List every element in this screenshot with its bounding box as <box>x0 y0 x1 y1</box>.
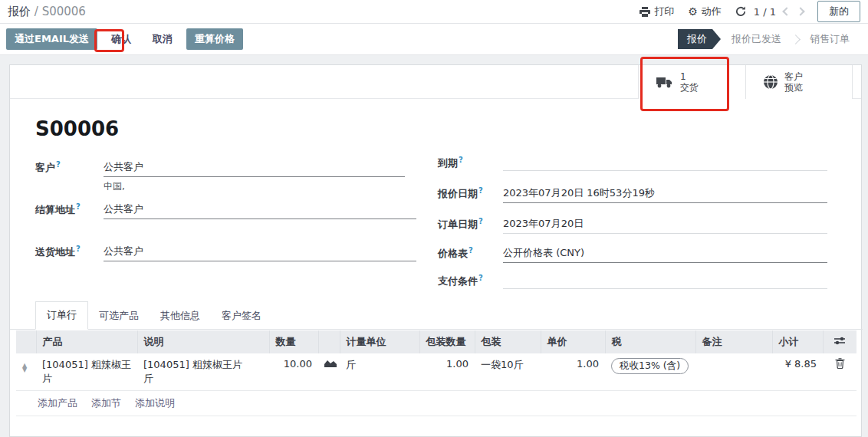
forecast-chart-icon[interactable] <box>324 358 337 367</box>
header-package[interactable]: 包装 <box>475 330 541 353</box>
cell-uom[interactable]: 斤 <box>340 353 419 391</box>
order-lines-table: 产品 说明 数量 计量单位 包装数量 包装 单价 税 备注 小计 <box>16 330 856 416</box>
tab-other-info[interactable]: 其他信息 <box>150 303 211 330</box>
form-sheet: 1 交货 客户 预览 S00006 <box>9 64 862 437</box>
stage-sales-order[interactable]: 销售订单 <box>799 32 860 46</box>
cell-description[interactable]: [104051] 粗辣椒王片 斤 <box>137 353 269 391</box>
cell-pkg-qty[interactable]: 1.00 <box>419 353 475 391</box>
breadcrumb-section[interactable]: 报价 <box>8 5 31 18</box>
print-label: 打印 <box>654 5 674 18</box>
field-delivery-address: 送货地址? 公共客户 <box>35 245 416 261</box>
stage-quotation-active[interactable]: 报价 <box>678 29 721 49</box>
breadcrumb[interactable]: 报价 / S00006 <box>8 5 86 19</box>
table-footer-links: 添加产品 添加节 添加说明 <box>16 391 856 416</box>
header-unit-price[interactable]: 单价 <box>541 330 605 353</box>
delivery-label: 交货 <box>680 82 699 93</box>
field-quotation-date: 报价日期? 2023年07月20日 16时53分19秒 <box>438 186 827 203</box>
add-product-link[interactable]: 添加产品 <box>38 396 77 410</box>
add-note-link[interactable]: 添加说明 <box>135 396 175 410</box>
description-line2: 斤 <box>143 372 263 386</box>
table-header-row: 产品 说明 数量 计量单位 包装数量 包装 单价 税 备注 小计 <box>16 330 856 353</box>
help-marker: ? <box>478 186 483 195</box>
header-settings <box>823 330 856 353</box>
trash-icon[interactable] <box>835 358 845 369</box>
header-subtotal[interactable]: 小计 <box>772 330 823 353</box>
header-note[interactable]: 备注 <box>695 330 772 353</box>
breadcrumb-bar: 报价 / S00006 打印 ⚙ 动作 1 / 1 新的 <box>0 0 868 24</box>
help-marker: ? <box>76 202 81 211</box>
gear-icon: ⚙ <box>688 6 698 17</box>
send-email-button[interactable]: 通过EMAIL发送 <box>6 28 97 50</box>
field-payment-terms: 支付条件? <box>438 274 827 289</box>
tab-customer-signature[interactable]: 客户签名 <box>211 303 272 330</box>
cell-package[interactable]: 一袋10斤 <box>475 353 541 391</box>
refresh-icon[interactable] <box>735 6 746 17</box>
actions-menu-button[interactable]: ⚙ 动作 <box>688 5 722 18</box>
help-marker: ? <box>478 274 483 282</box>
printer-icon <box>639 7 650 17</box>
truck-icon <box>656 75 674 89</box>
cell-tax[interactable]: 税收13% (含) <box>605 353 695 391</box>
stage-quotation-sent[interactable]: 报价已发送 <box>721 32 792 46</box>
header-pkg-qty[interactable]: 包装数量 <box>419 330 475 353</box>
record-title: S00006 <box>35 117 119 140</box>
cell-forecast[interactable] <box>318 353 340 391</box>
delivery-count: 1 <box>680 71 699 82</box>
new-record-button[interactable]: 新的 <box>817 1 860 22</box>
delivery-smart-button[interactable]: 1 交货 <box>638 65 745 99</box>
header-handle <box>16 330 36 353</box>
chevron-right-icon[interactable] <box>796 7 804 15</box>
order-date-input[interactable]: 2023年07月20日 <box>503 217 827 234</box>
add-section-link[interactable]: 添加节 <box>91 396 121 410</box>
breadcrumb-separator: / <box>35 5 38 18</box>
field-order-date: 订单日期? 2023年07月20日 <box>438 217 827 234</box>
recompute-prices-button[interactable]: 重算价格 <box>186 28 243 50</box>
smart-button-row: 1 交货 客户 预览 <box>10 65 861 99</box>
header-forecast <box>318 330 340 353</box>
confirm-button[interactable]: 确认 <box>104 28 139 50</box>
tab-optional-products[interactable]: 可选产品 <box>88 303 150 330</box>
customer-preview-smart-button[interactable]: 客户 预览 <box>745 65 853 99</box>
cell-subtotal: ¥ 8.85 <box>772 353 823 391</box>
pricelist-input[interactable]: 公开价格表 (CNY) <box>503 246 827 263</box>
print-button[interactable]: 打印 <box>639 5 674 18</box>
header-qty[interactable]: 数量 <box>269 330 318 353</box>
header-uom[interactable]: 计量单位 <box>340 330 419 353</box>
chevron-left-icon[interactable] <box>782 7 791 15</box>
statusbar: 报价 报价已发送 销售订单 <box>678 29 860 49</box>
cell-delete[interactable] <box>823 353 856 391</box>
header-tax[interactable]: 税 <box>605 330 695 353</box>
help-marker: ? <box>478 217 483 225</box>
breadcrumb-record: S00006 <box>42 5 86 18</box>
quotation-date-input[interactable]: 2023年07月20日 16时53分19秒 <box>503 186 827 203</box>
description-line1: [104051] 粗辣椒王片 <box>143 358 263 372</box>
help-marker: ? <box>459 156 463 164</box>
order-line-row[interactable]: ▲▼ [104051] 粗辣椒王片 [104051] 粗辣椒王片 斤 10.00 <box>16 353 856 391</box>
tax-pill[interactable]: 税收13% (含) <box>611 358 689 374</box>
actions-label: 动作 <box>702 5 722 18</box>
field-expiration: 到期? <box>438 156 827 171</box>
payment-terms-input[interactable] <box>503 274 827 289</box>
customer-input[interactable]: 公共客户 <box>104 160 405 177</box>
delivery-address-input[interactable]: 公共客户 <box>104 245 416 261</box>
cancel-button[interactable]: 取消 <box>145 28 180 50</box>
header-description[interactable]: 说明 <box>137 330 269 353</box>
preview-label-line1: 客户 <box>784 71 803 82</box>
cell-unit-price[interactable]: 1.00 <box>541 353 605 391</box>
pager: 1 / 1 <box>735 6 804 18</box>
field-customer: 客户? 公共客户 中国, <box>35 160 405 193</box>
field-invoice-address: 结算地址? 公共客户 <box>35 202 416 219</box>
notebook-tabs: 订单行 可选产品 其他信息 客户签名 <box>10 304 863 330</box>
expiration-input[interactable] <box>503 156 827 171</box>
cell-qty[interactable]: 10.00 <box>269 353 318 391</box>
tab-order-lines[interactable]: 订单行 <box>35 301 88 330</box>
cell-product[interactable]: [104051] 粗辣椒王片 <box>36 353 137 391</box>
cell-note[interactable] <box>695 353 772 391</box>
customer-country: 中国, <box>104 180 405 193</box>
drag-handle-icon[interactable]: ▲▼ <box>22 360 27 373</box>
invoice-address-input[interactable]: 公共客户 <box>104 202 416 219</box>
help-marker: ? <box>76 245 81 253</box>
header-product[interactable]: 产品 <box>36 330 137 353</box>
row-drag-cell[interactable]: ▲▼ <box>16 353 36 391</box>
column-settings-icon[interactable] <box>834 336 845 346</box>
